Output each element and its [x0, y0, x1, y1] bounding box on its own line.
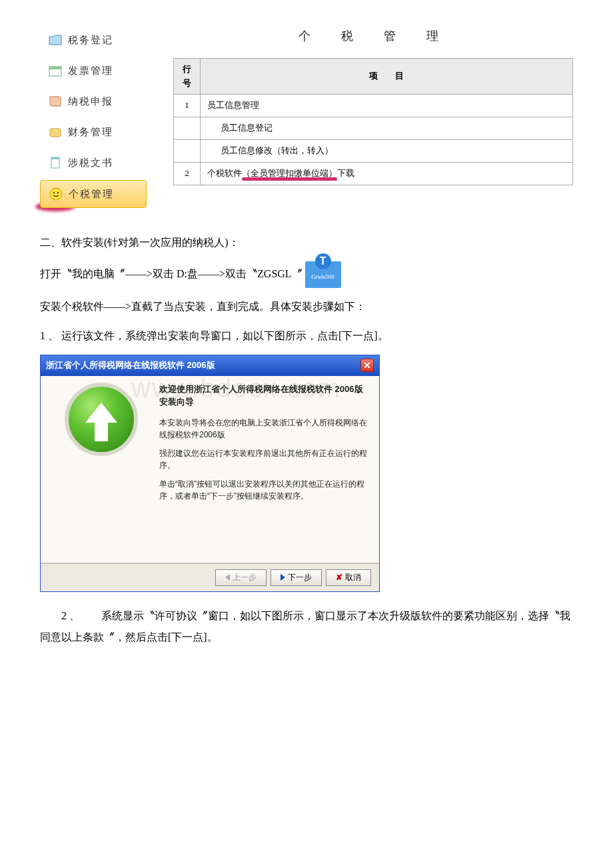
nav-label: 纳税申报: [68, 93, 113, 109]
cancel-button[interactable]: ✘ 取消: [326, 569, 371, 586]
table-row[interactable]: 员工信息登记: [174, 117, 573, 140]
next-button[interactable]: 下一步: [271, 569, 322, 586]
main-panel: 个 税 管 理 行号 项 目 1 员工信息管理 员工信息登记: [173, 27, 573, 212]
t-badge: T: [315, 253, 331, 269]
wizard-text: www.bdocx.com 欢迎使用浙江省个人所得税网络在线报税软件 2006版…: [151, 383, 368, 523]
svg-point-5: [50, 188, 62, 200]
svg-rect-1: [49, 67, 61, 69]
table-row[interactable]: 1 员工信息管理: [174, 95, 573, 117]
nav-label: 发票管理: [68, 63, 113, 79]
wizard-line1: 本安装向导将会在您的电脑上安装浙江省个人所得税网络在线报税软件2006版: [159, 417, 368, 441]
wizard-welcome: 欢迎使用浙江省个人所得税网络在线报税软件 2006版 安装向导: [159, 383, 368, 409]
close-icon[interactable]: ✕: [360, 359, 374, 372]
table-row[interactable]: 2 个税软件（全员管理扣缴单位端）下载: [174, 162, 573, 185]
section-title: 个 税 管 理: [173, 27, 573, 46]
nav-invoice-mgmt[interactable]: 发票管理: [40, 57, 147, 84]
cell-text: 员工信息修改（转出，转入）: [201, 139, 573, 162]
calendar-icon: [48, 63, 63, 78]
shortcut-label: Grsds500: [311, 273, 334, 280]
cell-num: 1: [174, 95, 201, 117]
wizard-line2: 强烈建议您在运行本安装程序前退出其他所有正在运行的程序。: [159, 447, 368, 471]
table-row[interactable]: 员工信息修改（转出，转入）: [174, 139, 573, 162]
nav-finance-mgmt[interactable]: 财务管理: [40, 119, 147, 145]
cell-num: [174, 117, 201, 140]
nav-tax-docs[interactable]: 涉税文书: [40, 149, 147, 176]
management-table: 行号 项 目 1 员工信息管理 员工信息登记 员工信息修改（转出，转入）: [173, 58, 573, 185]
open-computer-line: 打开〝我的电脑〞——>双击 D:盘——>双击〝ZGSGL〞 T Grsds500: [40, 261, 573, 288]
arrow-right-icon: [281, 574, 285, 581]
book-icon: [48, 94, 63, 109]
cell-text: 员工信息登记: [201, 117, 573, 140]
smile-icon: [49, 187, 63, 201]
cell-num: [174, 139, 201, 162]
nav-tax-registration[interactable]: 税务登记: [40, 27, 147, 53]
svg-point-6: [53, 192, 55, 193]
wallet-icon: [48, 125, 63, 139]
col-item: 项 目: [201, 58, 573, 95]
cell-num: 2: [174, 162, 201, 185]
svg-rect-2: [50, 129, 61, 137]
wizard-button-bar: 上一步 下一步 ✘ 取消: [41, 563, 379, 591]
svg-point-7: [57, 192, 59, 193]
window-title: 浙江省个人所得税网络在线报税软件 2006版: [46, 359, 215, 373]
arrow-left-icon: [225, 574, 230, 581]
desktop-shortcut-icon: T Grsds500: [305, 261, 341, 288]
col-rownum: 行号: [174, 58, 201, 95]
nav-label: 个税管理: [69, 186, 114, 202]
nav-label: 财务管理: [68, 124, 113, 140]
install-heading: 二、软件安装(针对第一次应用的纳税人)：: [40, 232, 573, 253]
nav-tax-declare[interactable]: 纳税申报: [40, 88, 147, 115]
nav-personal-tax[interactable]: 个税管理: [40, 180, 147, 208]
cell-text: 个税软件（全员管理扣缴单位端）下载: [201, 162, 573, 185]
prev-button: 上一步: [215, 569, 267, 586]
nav-label: 税务登记: [68, 32, 113, 48]
wizard-line3: 单击“取消”按钮可以退出安装程序以关闭其他正在运行的程序，或者单击“下一步”按钮…: [159, 478, 368, 502]
installer-window: 浙江省个人所得税网络在线报税软件 2006版 ✕ www.bdocx.com 欢…: [40, 355, 380, 592]
document-icon: [48, 155, 63, 170]
install-line-2: 安装个税软件——>直截了当点安装，直到完成。具体安装步骤如下：: [40, 296, 573, 317]
window-titlebar[interactable]: 浙江省个人所得税网络在线报税软件 2006版 ✕: [41, 355, 379, 376]
x-icon: ✘: [336, 573, 342, 582]
cell-text: 员工信息管理: [201, 95, 573, 117]
wizard-graphic: [51, 383, 151, 523]
arrow-up-icon: [65, 383, 138, 456]
nav-label: 涉税文书: [68, 155, 113, 171]
sidebar: 税务登记 发票管理 纳税申报 财务管理 涉税文书: [40, 27, 147, 212]
step-2: 2 、 系统显示〝许可协议〞窗口，如以下图所示，窗口显示了本次升级版软件的要紧功…: [40, 605, 573, 648]
folder-icon: [48, 33, 63, 47]
svg-rect-4: [51, 157, 59, 159]
step-1: 1 、 运行该文件，系统弹出安装向导窗口，如以下图所示，点击[下一点]。: [40, 325, 573, 347]
